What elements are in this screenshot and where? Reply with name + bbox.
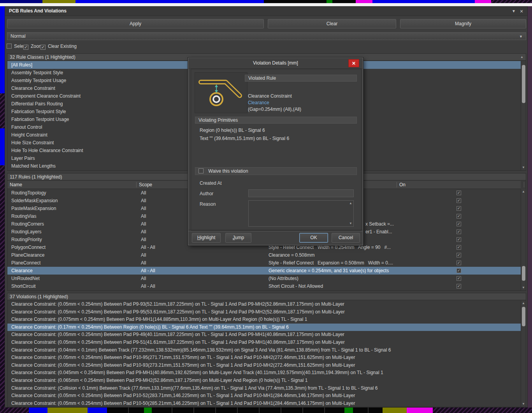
pcb-color-segment bbox=[356, 0, 372, 3]
rule-on-checkbox[interactable]: ✓ bbox=[457, 284, 461, 289]
scroll-up-icon[interactable]: ▲ bbox=[521, 301, 526, 306]
rule-on-checkbox[interactable]: ✓ bbox=[457, 276, 461, 281]
clear-button[interactable]: Clear bbox=[268, 19, 396, 28]
rule-attributes: er1 - Enabl... bbox=[365, 228, 392, 236]
rule-classes-scrollbar[interactable]: ▼ bbox=[521, 61, 526, 170]
checkbox[interactable] bbox=[7, 44, 12, 49]
waive-violation-row[interactable]: Waive this violation bbox=[195, 167, 357, 175]
rule-on-checkbox[interactable]: ✓ bbox=[457, 237, 461, 242]
rule-name: Clearance bbox=[11, 267, 33, 275]
scroll-down-icon[interactable]: ▼ bbox=[348, 221, 353, 226]
column-on[interactable]: On bbox=[399, 181, 406, 189]
rule-attributes: Clearance = 0.508mm bbox=[269, 251, 314, 259]
rule-on-checkbox[interactable]: ✓ bbox=[457, 214, 461, 219]
panel-titlebar[interactable]: PCB Rules And Violations ▼ ✕ bbox=[5, 7, 527, 16]
column-name[interactable]: Name bbox=[10, 181, 22, 189]
rule-name: UnRoutedNet bbox=[11, 275, 40, 282]
rule-row[interactable]: ClearanceAll - AllGeneric clearance = 0.… bbox=[7, 267, 521, 275]
violation-row[interactable]: Clearance Constraint: (0.05mm < 0.254mm)… bbox=[7, 339, 521, 346]
scroll-down-icon[interactable]: ▼ bbox=[521, 285, 526, 290]
rule-attributes: Style - Relief Connect Expansion = 0.508… bbox=[269, 259, 393, 267]
mode-dropdown[interactable]: Normal ▼ bbox=[7, 32, 526, 40]
violation-row[interactable]: Clearance Constraint: (0.045mm < 0.254mm… bbox=[7, 369, 521, 377]
option-clear-existing[interactable]: ✓Clear Existing bbox=[40, 44, 77, 50]
dialog-title: Violation Details [mm] bbox=[188, 58, 363, 69]
panel-title: PCB Rules And Violations bbox=[9, 8, 67, 14]
apply-button[interactable]: Apply bbox=[7, 19, 264, 28]
rule-row[interactable]: ShortCircuitAll - AllShort Circuit - Not… bbox=[7, 282, 521, 290]
rule-on-checkbox[interactable]: ✓ bbox=[457, 268, 461, 273]
checkbox[interactable]: ✓ bbox=[40, 45, 46, 50]
scroll-up-icon[interactable]: ▲ bbox=[520, 55, 524, 60]
author-input[interactable] bbox=[248, 189, 354, 197]
scroll-up-icon[interactable]: ▲ bbox=[521, 189, 526, 194]
scrollbar-thumb[interactable] bbox=[522, 266, 525, 281]
scrollbar-thumb[interactable] bbox=[522, 65, 525, 103]
violation-row[interactable]: Clearance Constraint: (0.065mm < 0.254mm… bbox=[7, 377, 521, 385]
pcb-color-segment bbox=[407, 408, 433, 413]
column-separator[interactable] bbox=[524, 182, 524, 187]
rule-name-link[interactable]: Clearance bbox=[248, 100, 269, 105]
rule-row[interactable]: UnRoutedNetAll(No Attributes)✓ bbox=[7, 275, 521, 282]
violation-row[interactable]: Clearance Constraint: (0.05mm < 0.254mm)… bbox=[7, 331, 521, 339]
rule-detail: (Gap=0.254mm) (All),(All) bbox=[248, 107, 301, 112]
scroll-down-icon[interactable]: ▼ bbox=[521, 402, 526, 406]
cancel-button[interactable]: Cancel bbox=[332, 233, 360, 243]
violation-row[interactable]: Clearance Constraint: (0.05mm < 0.254mm)… bbox=[7, 400, 521, 407]
rule-on-checkbox[interactable]: ✓ bbox=[457, 191, 461, 195]
ok-button[interactable]: OK bbox=[299, 233, 328, 243]
scroll-down-icon[interactable]: ▼ bbox=[521, 165, 526, 170]
rule-on-checkbox[interactable]: ✓ bbox=[457, 261, 461, 265]
rule-on-checkbox[interactable]: ✓ bbox=[457, 198, 461, 203]
violation-row[interactable]: Clearance Constraint: (0.05mm < 0.254mm)… bbox=[7, 354, 521, 362]
violations-group: 37 Violations (1 Highlighted) Clearance … bbox=[7, 293, 526, 407]
rule-name: PlaneClearance bbox=[11, 251, 44, 259]
rule-on-checkbox[interactable]: ✓ bbox=[457, 253, 461, 257]
option-zoom[interactable]: ✓Zoom bbox=[23, 44, 43, 50]
reason-textarea[interactable]: ▲ ▼ bbox=[248, 200, 354, 227]
desktop-top-strip bbox=[0, 0, 532, 3]
dialog-close-button[interactable]: ✕ bbox=[348, 59, 359, 67]
rules-scrollbar[interactable]: ▲ ▼ bbox=[521, 189, 526, 290]
rule-on-checkbox[interactable]: ✓ bbox=[457, 245, 461, 250]
dialog-separator bbox=[188, 230, 363, 231]
pcb-color-segment bbox=[29, 408, 47, 413]
close-icon[interactable]: ✕ bbox=[519, 9, 524, 14]
primitive-item[interactable]: Text "" (39.64mm,15.1mm) on BL - Signal … bbox=[200, 136, 289, 141]
scrollbar-thumb[interactable] bbox=[522, 307, 525, 326]
chevron-down-icon[interactable]: ▼ bbox=[511, 9, 516, 14]
highlight-button[interactable]: Highlight bbox=[192, 233, 221, 243]
rule-scope: All bbox=[141, 259, 146, 267]
column-scope[interactable]: Scope bbox=[139, 181, 152, 189]
pcb-color-segment bbox=[47, 408, 88, 413]
violations-scrollbar[interactable]: ▲ ▼ bbox=[521, 301, 526, 407]
rule-on-checkbox[interactable]: ✓ bbox=[457, 229, 461, 234]
violation-row[interactable]: Clearance Constraint: (Collision < 0.1mm… bbox=[7, 385, 521, 392]
rule-scope: All - All bbox=[141, 282, 155, 290]
violation-row[interactable]: Clearance Constraint: (0.05mm < 0.254mm)… bbox=[7, 392, 521, 400]
violation-row[interactable]: Clearance Constraint: (0.075mm < 0.254mm… bbox=[7, 316, 521, 324]
primitive-item[interactable]: Region (0 hole(s)) BL - Signal 6 bbox=[200, 128, 265, 133]
pcb-color-segment bbox=[332, 0, 356, 3]
scroll-up-icon[interactable]: ▲ bbox=[348, 201, 353, 206]
rule-row[interactable]: PlaneClearanceAllClearance = 0.508mm✓ bbox=[7, 251, 521, 259]
violation-row[interactable]: Clearance Constraint: (0.05mm < 0.254mm)… bbox=[7, 308, 521, 316]
rule-on-checkbox[interactable]: ✓ bbox=[457, 206, 461, 211]
rule-scope: All bbox=[141, 228, 146, 236]
violation-row[interactable]: Clearance Constraint: (0.05mm < 0.254mm)… bbox=[7, 362, 521, 369]
violation-row[interactable]: Clearance Constraint: (0.17mm < 0.254mm)… bbox=[7, 324, 521, 331]
rule-name: RoutingVias bbox=[11, 212, 37, 220]
checkbox[interactable]: ✓ bbox=[23, 45, 28, 50]
violation-row[interactable]: Clearance Constraint: (0.05mm < 0.254mm)… bbox=[7, 301, 521, 308]
column-separator[interactable] bbox=[397, 182, 397, 187]
waive-checkbox[interactable] bbox=[198, 168, 204, 173]
magnify-button[interactable]: Magnify bbox=[400, 19, 526, 28]
violation-row[interactable]: Clearance Constraint: (0.04mm < 0.1mm) B… bbox=[7, 346, 521, 354]
rule-row[interactable]: PlaneConnectAllStyle - Relief Connect Ex… bbox=[7, 259, 521, 267]
column-separator[interactable] bbox=[136, 182, 137, 187]
rule-name: RoutingCorners bbox=[11, 220, 44, 228]
jump-button[interactable]: Jump bbox=[225, 233, 251, 243]
rule-scope: All bbox=[141, 236, 146, 243]
rule-attributes: x Setback =... bbox=[365, 220, 394, 228]
rule-on-checkbox[interactable]: ✓ bbox=[457, 222, 461, 226]
